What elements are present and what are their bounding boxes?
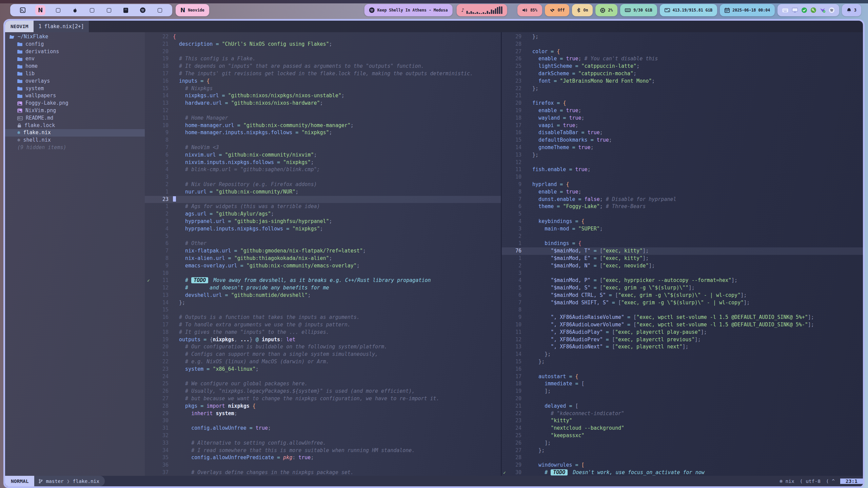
code-line[interactable]: 1 bindings = { [502, 240, 863, 247]
code-line[interactable]: 12 [145, 107, 501, 115]
code-line[interactable]: 30 [145, 417, 501, 425]
code-line[interactable]: 13 }; [502, 151, 863, 159]
code-line[interactable]: 9 ", XF86AudioRaiseVolume" = ["exec, wpc… [502, 314, 863, 321]
tree-item-config[interactable]: config [5, 41, 145, 48]
code-line[interactable]: 19 outputs = {nixpkgs, ...} @ inputs: le… [145, 336, 501, 344]
code-line[interactable]: 5 [502, 210, 863, 218]
ram-pill[interactable]: 9/30 GiB [620, 4, 657, 16]
tree-item-NixFlake[interactable]: ~/NixFlake [5, 33, 145, 41]
code-line[interactable]: 14 gnomeTheme = true; [502, 144, 863, 151]
code-line[interactable]: 29 windowrules = [ [502, 462, 863, 469]
network-pill[interactable]: Off [545, 4, 570, 16]
terminal-workspace-icon[interactable] [18, 5, 27, 15]
code-line[interactable]: 24 "nextcloud --background" [502, 425, 863, 432]
code-line[interactable]: 16 # Outputs is a function that takes th… [145, 314, 501, 321]
code-line[interactable]: 17 autostart = { [502, 373, 863, 381]
code-line[interactable]: 13 devshell.url = "github:numtide/devshe… [145, 292, 501, 299]
code-line[interactable]: 23 font = "JetBrainsMono Nerd Font Mono"… [502, 78, 863, 85]
neovim-workspace-icon[interactable]: N [35, 5, 45, 15]
code-line[interactable]: 3 [145, 174, 501, 181]
code-line[interactable]: 1 "$mainMod, E" = ["exec, kitty"]; [502, 255, 863, 262]
code-line[interactable]: 25 lightScheme = "catppuccin-latte"; [502, 63, 863, 70]
tree-item-flake.nix[interactable]: ❄flake.nix [5, 129, 145, 137]
code-line[interactable]: 12 [502, 159, 863, 166]
editor-pane-left[interactable]: 22{21 description = "ChUrl's NixOS confi… [145, 32, 501, 476]
code-line[interactable]: 27 color = { [502, 48, 863, 56]
code-line[interactable]: 17 # To handle extra arguments we use th… [145, 321, 501, 329]
tree-item-overlays[interactable]: overlays [5, 78, 145, 85]
code-line[interactable]: 26 enable = true; # You can't disable th… [502, 55, 863, 63]
window-title-pill[interactable]: N Neovide [176, 4, 209, 16]
tree-item-NixVim.png[interactable]: NixVim.png [5, 107, 145, 115]
code-line[interactable]: 8 enable = true; [502, 188, 863, 196]
code-line[interactable]: 18 wayland = true; [502, 115, 863, 122]
tree-item-Foggy-Lake.png[interactable]: Foggy-Lake.png [5, 100, 145, 107]
code-line[interactable]: 8 nix-alien.url = "github:thiagokokada/n… [145, 255, 501, 262]
code-line[interactable]: 11 ", XF86AudioPlay" = ["exec, playerctl… [502, 329, 863, 336]
code-line[interactable]: 22{ [145, 33, 501, 41]
code-line[interactable]: 3 [502, 270, 863, 277]
code-line[interactable]: 7 # NeoVim <3 [145, 144, 501, 151]
editor-pane-right[interactable]: 29 };2827 color = {26 enable = true; # Y… [502, 32, 863, 476]
code-line[interactable]: ✓30 # TODO Doesn't work, use focus_on_ac… [502, 469, 863, 476]
code-line[interactable]: 27 }; [502, 447, 863, 454]
check-circle-tray-icon[interactable] [802, 7, 807, 13]
code-line[interactable]: 28 [502, 41, 863, 48]
visualizer-pill[interactable]: ♪ [456, 4, 507, 16]
code-line[interactable]: 9 home-manager.inputs.nixpkgs.follows = … [145, 129, 501, 137]
code-line[interactable]: 17 # The inputs' git revisions get locke… [145, 70, 501, 78]
notifications-pill[interactable]: 3 [842, 4, 861, 16]
code-line[interactable]: 21 delayed = [ [502, 403, 863, 410]
code-line[interactable]: 35 config.allowUnfreePredicate = pkg: tr… [145, 454, 501, 462]
code-line[interactable]: 25 # We configure our global packages he… [145, 380, 501, 388]
code-line[interactable]: 28 pkgs = import nixpkgs { [145, 403, 501, 410]
code-line[interactable]: 16 [502, 366, 863, 373]
tree-item-derivations[interactable]: derivations [5, 48, 145, 56]
code-line[interactable]: 23 [145, 196, 501, 203]
monitor-tray-icon[interactable] [792, 8, 798, 13]
square-workspace-icon[interactable] [87, 5, 96, 15]
spotify-light-tray-icon[interactable] [829, 7, 834, 13]
code-line[interactable]: 8 [145, 137, 501, 144]
key-circle-tray-icon[interactable] [811, 7, 816, 13]
code-line[interactable]: 6 theme = "Foggy-Lake"; # Three-Bears [502, 203, 863, 210]
code-line[interactable]: 28 [502, 454, 863, 462]
media-pill[interactable]: Keep Shelly In Athens - Medusa [364, 4, 453, 16]
keyboard-tray-icon[interactable] [782, 8, 788, 13]
code-line[interactable]: 2 ags.url = "github:Aylur/ags"; [145, 210, 501, 218]
workspaces-pill[interactable]: N [10, 4, 172, 16]
code-line[interactable]: 7 nix-flatpak.url = "github:gmodena/nix-… [145, 247, 501, 255]
code-line[interactable]: 2 [502, 233, 863, 240]
code-line[interactable]: 5 [145, 233, 501, 240]
code-line[interactable]: 19 ]; [502, 388, 863, 395]
code-line[interactable]: 19 enable = true; [502, 107, 863, 115]
code-line[interactable]: 15 defaultBookmarks = true; [502, 137, 863, 144]
book-workspace-icon[interactable] [121, 5, 130, 15]
code-line[interactable]: 8 [502, 306, 863, 314]
code-line[interactable]: 18 # It depends on "inputs" that are pas… [145, 63, 501, 70]
code-line[interactable]: 13 ", XF86AudioNext" = ["exec, playerctl… [502, 343, 863, 351]
code-line[interactable]: 15 }; [502, 358, 863, 366]
code-line[interactable]: 24 [145, 373, 501, 381]
tree-item-system[interactable]: system [5, 85, 145, 93]
code-line[interactable]: 22 # e.g. NixOS (linux) and MacOS (darwi… [145, 358, 501, 366]
code-line[interactable]: 29 }; [502, 33, 863, 41]
code-line[interactable]: 4 hyprpanel.inputs.nixpkgs.follows = "ni… [145, 225, 501, 233]
code-line[interactable]: 76 "$mainMod, T" = ["exec, kitty"]; [502, 247, 863, 255]
code-line[interactable]: 5 "$mainMod, S" = ["exec, grim -g \"$(sl… [502, 284, 863, 292]
disk-pill[interactable]: 413.19/915.81 GiB [660, 4, 717, 16]
code-line[interactable]: 20 # Our configuration is buildable on t… [145, 343, 501, 351]
code-line[interactable]: 21 description = "ChUrl's NixOS config u… [145, 41, 501, 48]
code-line[interactable]: 18 immediate = [ [502, 380, 863, 388]
code-line[interactable]: 20 [145, 48, 501, 56]
code-line[interactable]: 7 "$mainMod SHIFT, S" = ["exec, grim -g … [502, 299, 863, 307]
code-line[interactable]: 3 main-mod = "SUPER"; [502, 225, 863, 233]
code-line[interactable]: 1 # Ags for widgets (this was a terrible… [145, 203, 501, 210]
code-line[interactable]: 3 hyprpanel.url = "github:jas-singhfsu/h… [145, 218, 501, 225]
spotify-dark-workspace-icon[interactable] [138, 5, 147, 15]
code-line[interactable]: 22 # "kdeconnect-indicator" [502, 410, 863, 418]
code-line[interactable]: 33 # Alternative to setting config.allow… [145, 440, 501, 447]
code-line[interactable]: 18 # It gives the name "inputs" to the .… [145, 329, 501, 336]
code-line[interactable]: 32 [145, 432, 501, 440]
git-segment[interactable]: master ❯ flake.nix [34, 476, 105, 486]
